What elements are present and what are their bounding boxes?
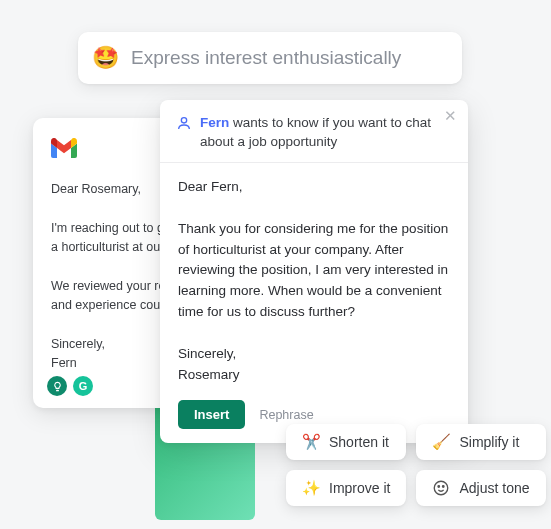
svg-point-3 — [443, 486, 445, 488]
simplify-chip[interactable]: 🧹 Simplify it — [416, 424, 545, 460]
gmail-icon — [51, 138, 77, 158]
sender-name: Fern — [200, 115, 229, 130]
chip-label: Improve it — [329, 480, 390, 496]
header-message: wants to know if you want to chat about … — [200, 115, 431, 149]
improve-chip[interactable]: ✨ Improve it — [286, 470, 406, 506]
sparkle-icon: ✨ — [302, 479, 320, 497]
broom-icon: 🧹 — [432, 433, 450, 451]
close-icon[interactable]: ✕ — [442, 108, 458, 124]
prompt-input-bar[interactable]: 🤩 Express interest enthusiastically — [78, 32, 462, 84]
reply-header-text: Fern wants to know if you want to chat a… — [200, 114, 452, 152]
chip-label: Adjust tone — [459, 480, 529, 496]
smiley-icon — [432, 479, 450, 497]
shorten-chip[interactable]: ✂️ Shorten it — [286, 424, 406, 460]
reply-header: Fern wants to know if you want to chat a… — [160, 100, 468, 163]
scissors-icon: ✂️ — [302, 433, 320, 451]
insert-button[interactable]: Insert — [178, 400, 245, 429]
svg-point-1 — [435, 481, 449, 495]
adjust-tone-chip[interactable]: Adjust tone — [416, 470, 545, 506]
chip-label: Shorten it — [329, 434, 389, 450]
idea-bulb-icon[interactable] — [47, 376, 67, 396]
svg-point-2 — [438, 486, 440, 488]
star-eyes-emoji-icon: 🤩 — [92, 47, 119, 69]
suggestion-chips: ✂️ Shorten it 🧹 Simplify it ✨ Improve it… — [286, 424, 546, 506]
gmail-footer-actions: G — [47, 376, 93, 396]
reply-body-text: Dear Fern, Thank you for considering me … — [160, 163, 468, 392]
person-icon — [176, 115, 192, 131]
grammarly-icon[interactable]: G — [73, 376, 93, 396]
svg-point-0 — [181, 118, 186, 123]
rephrase-link[interactable]: Rephrase — [259, 408, 313, 422]
prompt-text: Express interest enthusiastically — [131, 47, 401, 69]
assistant-reply-card: Fern wants to know if you want to chat a… — [160, 100, 468, 443]
chip-label: Simplify it — [459, 434, 519, 450]
